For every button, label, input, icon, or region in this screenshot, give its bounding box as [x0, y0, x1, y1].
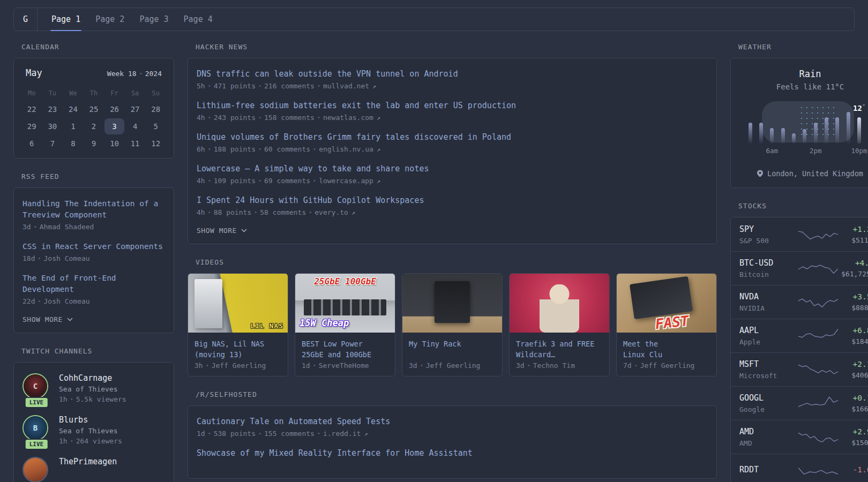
video-channel: Jeff Geerling [426, 362, 481, 370]
post-link[interactable]: I Spent 24 Hours with GitHub Copilot Wor… [197, 195, 708, 206]
calendar-day: 28 [146, 101, 166, 117]
stock-company-name: AMD [739, 439, 795, 447]
calendar-weekday: Su [146, 86, 166, 100]
stock-change-percent: +3.52% [841, 292, 868, 301]
video-card[interactable]: FASTMeet the Linux Clu7d•Jeff Geerling [616, 273, 717, 376]
calendar-widget-label: CALENDAR [21, 43, 174, 51]
video-card[interactable]: 25GbE 100GbE15W CheapBEST Low Power 25Gb… [295, 273, 395, 376]
weather-location-row: London, United Kingdom [731, 169, 868, 178]
tab-page-4[interactable]: Page 4 [176, 8, 220, 31]
video-thumbnail[interactable]: FAST [617, 274, 716, 333]
post-link[interactable]: DNS traffic can leak outside the VPN tun… [197, 69, 708, 80]
stock-row[interactable]: AMDAMD+2.94%$150.45 [731, 420, 868, 454]
weather-current-temp: 12° [853, 103, 865, 112]
stock-row[interactable]: BTC-USDBitcoin+4.40%$61,725.48 [731, 251, 868, 285]
stock-row[interactable]: RDDT-1.65% [731, 454, 868, 482]
video-card[interactable]: My Tiny Rack3d•Jeff Geerling [402, 273, 503, 376]
video-title-link[interactable]: BEST Low Power 25GbE and 100GbE Switch… [302, 338, 388, 360]
video-thumbnail[interactable] [510, 274, 609, 333]
videos-widget-label: VIDEOS [196, 258, 717, 266]
source-link[interactable]: english.nv.ua [319, 145, 373, 153]
separator-dot: • [315, 115, 323, 120]
source-link[interactable]: i.redd.it [323, 430, 361, 438]
calendar-day: 5 [146, 118, 166, 134]
temp-value: 12 [853, 104, 862, 112]
thumbnail-badge-text: FAST [655, 313, 690, 332]
hackernews-item: DNS traffic can leak outside the VPN tun… [197, 69, 708, 90]
stock-row[interactable]: GOOGLGoogle+0.10%$166.78 [731, 386, 868, 420]
twitch-game: Sea of Thieves [59, 427, 122, 435]
video-card[interactable]: LIL NASBig NAS, Lil NAS (moving 13)3h•Je… [188, 273, 288, 376]
stock-row[interactable]: MSFTMicrosoft+2.16%$406.43 [731, 352, 868, 386]
calendar-week-year: Week 18•2024 [107, 70, 162, 78]
rss-item-link[interactable]: The End of Front-End Development [23, 273, 165, 295]
rss-item-link[interactable]: CSS in React Server Components [23, 241, 165, 252]
top-nav-bar: G Page 1Page 2Page 3Page 4 [13, 7, 855, 31]
hackernews-item: I Spent 24 Hours with GitHub Copilot Wor… [197, 195, 708, 216]
twitch-channel-row[interactable]: ThePrimeagen [23, 457, 165, 482]
meta-part: 88 points [214, 208, 251, 216]
middle-column: HACKER NEWS DNS traffic can leak outside… [188, 40, 717, 482]
chevron-down-icon [67, 318, 73, 321]
calendar-day: 3 [104, 118, 124, 134]
weather-bar [814, 123, 818, 144]
post-link[interactable]: Cautionary Tale on Automated Speed Tests [197, 416, 708, 427]
video-thumbnail[interactable] [402, 274, 502, 333]
stock-row[interactable]: SPYS&P 500+1.29%$511.57 [731, 217, 868, 251]
stock-price: $511.57 [841, 236, 868, 244]
post-link[interactable]: Lowercase – A simple way to take and sha… [197, 163, 708, 175]
twitch-channel-row[interactable]: CLIVECohhCarnageSea of Thieves1h•5.5k vi… [23, 373, 165, 403]
rss-widget: RSS FEED Handling The Indentation of a T… [13, 172, 174, 333]
video-title-link[interactable]: Big NAS, Lil NAS (moving 13) [194, 338, 281, 360]
stock-row[interactable]: AAPLApple+6.87%$184.91 [731, 319, 868, 352]
weather-condition: Rain [731, 69, 868, 79]
source-link[interactable]: newatlas.com [323, 114, 373, 122]
meta-part: 5h [197, 82, 205, 90]
stock-sparkline [798, 292, 838, 312]
stock-change-percent: +4.40% [841, 259, 868, 267]
stock-identity: SPYS&P 500 [739, 224, 795, 245]
rss-item-link[interactable]: Handling The Indentation of a Treeview C… [23, 198, 165, 221]
time-axis-label: 2pm [810, 147, 822, 155]
rss-show-more-button[interactable]: SHOW MORE [23, 315, 165, 323]
weather-bar-cell [755, 103, 766, 144]
meta-part: 4h [197, 208, 205, 216]
video-title-link[interactable]: Traefik 3 and FREE Wildcard… [516, 338, 603, 360]
stock-sparkline [798, 461, 838, 480]
separator-dot: • [632, 363, 640, 368]
hackernews-show-more-button[interactable]: SHOW MORE [197, 227, 708, 235]
twitch-channel-name: CohhCarnage [59, 373, 126, 383]
post-link[interactable]: Lithium-free sodium batteries exit the l… [197, 100, 708, 111]
twitch-game: Sea of Thieves [59, 385, 126, 393]
post-link[interactable]: Showcase of my Mixed Reality Interface f… [197, 448, 708, 459]
tab-page-1[interactable]: Page 1 [44, 8, 88, 31]
video-thumbnail[interactable]: 25GbE 100GbE15W Cheap [295, 274, 395, 333]
weather-widget-label: WEATHER [738, 43, 868, 51]
stock-identity: GOOGLGoogle [739, 393, 795, 413]
video-title-link[interactable]: My Tiny Rack [409, 338, 496, 349]
source-link[interactable]: every.to [315, 208, 348, 216]
location-pin-icon [757, 170, 763, 177]
stock-price: $166.78 [841, 405, 868, 413]
video-card[interactable]: Traefik 3 and FREE Wildcard…3d•Techno Ti… [509, 273, 610, 376]
stocks-card: SPYS&P 500+1.29%$511.57BTC-USDBitcoin+4.… [730, 217, 868, 482]
separator-dot: • [315, 83, 323, 89]
post-link[interactable]: Unique volumes of Brothers Grimm fairy t… [197, 132, 708, 143]
source-link[interactable]: lowercase.app [319, 177, 373, 185]
hackernews-item: Unique volumes of Brothers Grimm fairy t… [197, 132, 708, 153]
twitch-channel-row[interactable]: BLIVEBlurbsSea of Thieves1h•264 viewers [23, 415, 165, 445]
tab-page-2[interactable]: Page 2 [88, 8, 132, 31]
calendar-weekday: Fr [104, 86, 124, 100]
video-thumbnail[interactable]: LIL NAS [188, 274, 288, 333]
degree-symbol: ° [862, 103, 865, 109]
separator-dot: • [310, 178, 319, 184]
stock-change-percent: +2.16% [841, 360, 868, 368]
live-badge: LIVE [25, 397, 49, 408]
external-link-icon: ↗ [348, 209, 355, 216]
stock-row[interactable]: NVDANVIDIA+3.52%$888.40 [731, 285, 868, 319]
source-link[interactable]: mullvad.net [323, 82, 369, 90]
stock-sparkline [798, 326, 838, 345]
separator-dot: • [256, 178, 264, 184]
video-title-link[interactable]: Meet the Linux Clu [623, 338, 710, 360]
tab-page-3[interactable]: Page 3 [132, 8, 176, 31]
